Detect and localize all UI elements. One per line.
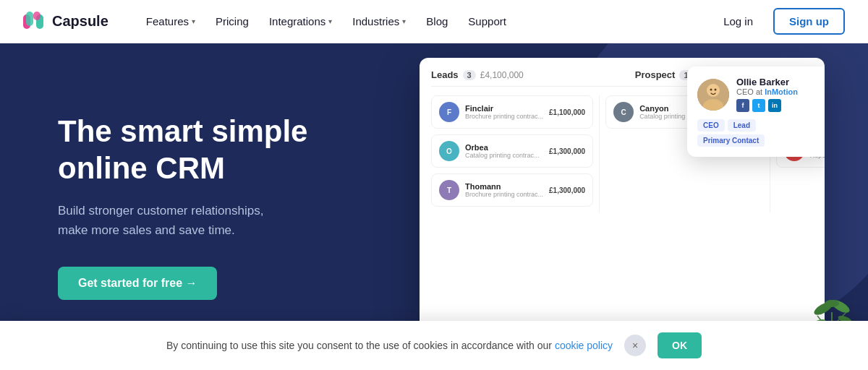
hero-subtitle: Build stronger customer relationships,ma… bbox=[58, 201, 318, 240]
nav-features[interactable]: Features ▾ bbox=[137, 9, 204, 33]
social-icons: f t in bbox=[736, 99, 798, 112]
navbar: Capsule Features ▾ Pricing Integrations … bbox=[0, 0, 868, 43]
features-chevron-icon: ▾ bbox=[192, 17, 195, 25]
profile-tags: CEO Lead Primary Contact bbox=[697, 119, 822, 147]
avatar: F bbox=[439, 102, 459, 122]
tag-primary-contact: Primary Contact bbox=[697, 134, 765, 147]
profile-header: Ollie Barker CEO at InMotion f t in bbox=[697, 77, 822, 112]
nav-auth: Log in Sign up bbox=[712, 8, 845, 35]
svg-point-5 bbox=[707, 84, 720, 97]
logo-icon bbox=[23, 12, 46, 32]
logo[interactable]: Capsule bbox=[23, 12, 109, 32]
cookie-policy-link[interactable]: cookie policy bbox=[555, 340, 613, 351]
svg-rect-3 bbox=[33, 12, 41, 20]
nav-industries[interactable]: Industries ▾ bbox=[344, 9, 414, 33]
nav-blog[interactable]: Blog bbox=[417, 9, 456, 33]
signup-button[interactable]: Sign up bbox=[773, 8, 845, 35]
svg-rect-1 bbox=[26, 12, 33, 26]
cta-button[interactable]: Get started for free → bbox=[58, 267, 217, 300]
linkedin-icon[interactable]: in bbox=[768, 99, 781, 112]
tag-lead: Lead bbox=[728, 119, 756, 132]
cookie-text: By continuing to use this site you conse… bbox=[166, 340, 613, 351]
cookie-banner: By continuing to use this site you conse… bbox=[0, 321, 868, 370]
avatar: T bbox=[439, 180, 459, 200]
cookie-close-button[interactable]: × bbox=[624, 335, 646, 356]
crm-panel: Leads 3 £4,100,000 Prospect 1 £1,200,000… bbox=[420, 58, 825, 340]
crm-col-leads-header: Leads 3 £4,100,000 bbox=[431, 69, 524, 80]
login-button[interactable]: Log in bbox=[712, 9, 765, 33]
crm-screenshot: Leads 3 £4,100,000 Prospect 1 £1,200,000… bbox=[420, 58, 825, 340]
hero-title: The smart simple online CRM bbox=[58, 113, 318, 186]
nav-links: Features ▾ Pricing Integrations ▾ Indust… bbox=[137, 9, 712, 33]
avatar bbox=[697, 79, 729, 111]
hero-content: The smart simple online CRM Build strong… bbox=[0, 113, 318, 299]
nav-support[interactable]: Support bbox=[459, 9, 515, 33]
hero-section: The smart simple online CRM Build strong… bbox=[0, 43, 868, 370]
svg-point-8 bbox=[715, 88, 717, 90]
table-row: O Orbea Catalog printing contrac... £1,3… bbox=[431, 134, 593, 168]
avatar: C bbox=[613, 102, 634, 122]
industries-chevron-icon: ▾ bbox=[402, 17, 406, 25]
table-row: T Thomann Brochure printing contrac... £… bbox=[431, 173, 593, 207]
avatar: O bbox=[439, 141, 459, 161]
nav-pricing[interactable]: Pricing bbox=[207, 9, 258, 33]
logo-text: Capsule bbox=[52, 13, 109, 30]
profile-name: Ollie Barker bbox=[736, 77, 798, 87]
svg-point-16 bbox=[825, 300, 839, 307]
nav-integrations[interactable]: Integrations ▾ bbox=[260, 9, 341, 33]
profile-role: CEO at InMotion bbox=[736, 87, 798, 96]
svg-point-7 bbox=[710, 88, 712, 90]
table-row: F Finclair Brochure printing contrac... … bbox=[431, 95, 593, 129]
twitter-icon[interactable]: t bbox=[752, 99, 765, 112]
profile-popup: Ollie Barker CEO at InMotion f t in CEO bbox=[687, 66, 825, 157]
integrations-chevron-icon: ▾ bbox=[328, 17, 332, 25]
crm-col-leads: F Finclair Brochure printing contrac... … bbox=[431, 95, 600, 212]
tag-ceo: CEO bbox=[697, 119, 725, 132]
cookie-accept-button[interactable]: OK bbox=[658, 332, 702, 358]
facebook-icon[interactable]: f bbox=[736, 99, 749, 112]
